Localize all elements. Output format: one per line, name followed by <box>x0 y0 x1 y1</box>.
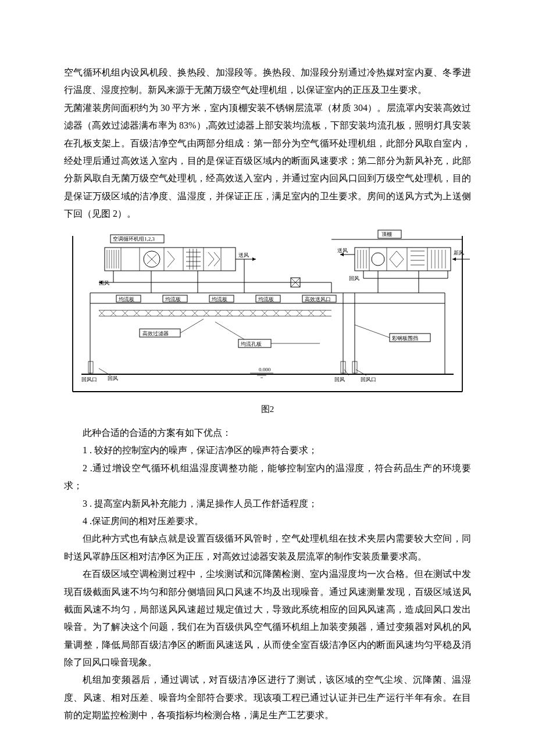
diagram-return-outlet-r2: 回风口 <box>361 377 376 382</box>
paragraph-3: 但此种方式也有缺点就是设置百级循环风管时，空气处理机组在技术夹层内需要较大空间，… <box>64 530 471 565</box>
svg-line-110 <box>180 319 204 333</box>
diagram-color-enclosure: 彩钢板围挡 <box>392 335 418 341</box>
svg-text:均流板: 均流板 <box>165 296 181 302</box>
advantage-3: 3 . 提高室内新风补充能力，满足操作人员工作舒适程度； <box>64 495 471 513</box>
diagram-supply-right: 送风 <box>337 248 348 253</box>
paragraph-5: 机组加变频器后，通过调试，对百级洁净区进行了测试，该区域的空气尘埃、沉降菌、温湿… <box>64 671 471 724</box>
balance-board-group: 均流板 均流板 均流板 均流板 高效送风口 <box>116 295 336 302</box>
hvac-diagram: .ln { stroke:#000; stroke-width:1; fill:… <box>64 229 471 397</box>
svg-rect-121 <box>88 361 93 373</box>
diagram-roof-label: 顶棚 <box>381 231 392 237</box>
figure-2: .ln { stroke:#000; stroke-width:1; fill:… <box>64 229 471 418</box>
diagram-return-outlet-l1: 回风口 <box>81 377 97 382</box>
advantage-4: 4 .保证房间的相对压差要求。 <box>64 513 471 530</box>
advantages-intro: 此种合适的合适的方案有如下优点： <box>64 424 471 442</box>
diagram-efficient-outlet: 高效送风口 <box>305 296 331 302</box>
document-page: 空气循环机组内设风机段、换热段、加湿段等。换热段、加湿段分别通过冷热媒对室内夏、… <box>0 0 535 756</box>
svg-rect-6 <box>105 248 236 271</box>
paragraph-2: 无菌灌装房间面积约为 30 平方米，室内顶棚安装不锈钢层流罩（材质 304）。层… <box>64 99 471 223</box>
diagram-return-r1: 回风 <box>334 377 345 382</box>
paragraph-1: 空气循环机组内设风机段、换热段、加湿段等。换热段、加湿段分别通过冷热媒对室内夏、… <box>64 64 471 99</box>
svg-line-112 <box>215 322 244 339</box>
diagram-orifice-plate: 均流孔板 <box>240 341 262 347</box>
svg-text:均流板: 均流板 <box>211 296 227 302</box>
paragraph-4: 在百级区域空调检测过程中，尘埃测试和沉降菌检测、室内温湿度均一次合格。但在测试中… <box>64 565 471 671</box>
diagram-hepa: 高效过滤器 <box>142 331 169 336</box>
svg-text:均流板: 均流板 <box>118 296 134 302</box>
svg-point-41 <box>372 253 384 266</box>
diagram-return-right: 回风 <box>349 275 359 281</box>
diagram-unit-label: 空调循环机组1,2,3 <box>113 236 155 242</box>
svg-text:均流板: 均流板 <box>258 296 274 302</box>
diagram-supply-left: 送风 <box>238 252 249 258</box>
diagram-return-l2: 回风 <box>108 375 118 381</box>
svg-line-115 <box>355 325 390 338</box>
diagram-ground: 0.000 <box>259 367 271 372</box>
figure-caption: 图2 <box>64 401 471 418</box>
advantage-2: 2 .通过增设空气循环机组温湿度调整功能，能够控制室内的温湿度，符合药品生产的环… <box>64 460 471 495</box>
advantage-1: 1 . 较好的控制室内的噪声，保证洁净区的噪声符合要求； <box>64 442 471 459</box>
diagram-new-air: 新风 <box>454 250 464 256</box>
